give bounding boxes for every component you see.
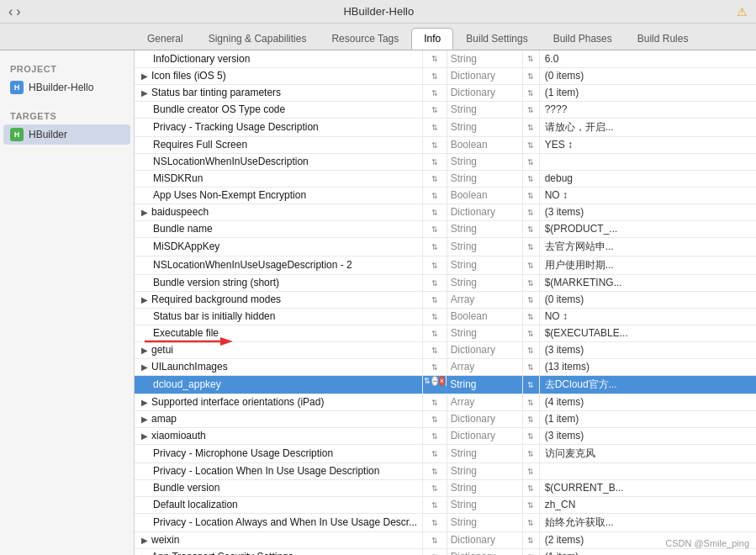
type-arrows[interactable]: ⇅ — [522, 548, 539, 555]
table-row[interactable]: ▶Required background modes⇅Array⇅(0 item… — [135, 291, 756, 308]
table-row[interactable]: ▶baiduspeech⇅Dictionary⇅(3 items) — [135, 204, 756, 220]
tab-resource[interactable]: Resource Tags — [319, 28, 411, 50]
type-arrows[interactable]: ⇅ — [522, 394, 539, 410]
sidebar-item-target[interactable]: H HBuilder — [3, 124, 130, 145]
tab-info[interactable]: Info — [411, 28, 453, 50]
type-arrows[interactable]: ⇅ — [522, 274, 539, 291]
sort-arrows[interactable]: ⇅ — [423, 291, 447, 308]
scroll-wrapper[interactable]: InfoDictionary version⇅String⇅6.0▶Icon f… — [135, 50, 756, 555]
titlebar-nav[interactable]: ‹ › — [8, 4, 21, 19]
table-row[interactable]: Privacy - Location When In Use Usage Des… — [135, 462, 756, 479]
table-row[interactable]: NSLocationWhenInUseUsageDescription - 2⇅… — [135, 256, 756, 274]
tab-general[interactable]: General — [135, 28, 196, 50]
expand-arrow[interactable]: ▶ — [141, 295, 148, 304]
type-arrows[interactable]: ⇅ — [522, 308, 539, 325]
table-row[interactable]: ▶Status bar tinting parameters⇅Dictionar… — [135, 84, 756, 101]
remove-button[interactable]: × — [439, 376, 445, 386]
sort-arrows[interactable]: ⇅ — [423, 50, 447, 67]
type-arrows[interactable]: ⇅ — [522, 375, 539, 394]
type-arrows[interactable]: ⇅ — [522, 101, 539, 118]
expand-arrow[interactable]: ▶ — [141, 71, 148, 81]
sort-arrows[interactable]: ⇅ — [423, 84, 447, 101]
sort-arrows[interactable]: ⇅ — [423, 136, 447, 153]
table-row[interactable]: Bundle name⇅String⇅$(PRODUCT_... — [135, 220, 756, 237]
sort-arrows[interactable]: ⇅ — [423, 153, 447, 170]
sort-arrows[interactable]: ⇅ — [423, 325, 447, 341]
nav-forward-icon[interactable]: › — [16, 4, 20, 19]
table-row[interactable]: Privacy - Location Always and When In Us… — [135, 513, 756, 531]
sort-arrows[interactable]: ⇅ — [423, 462, 447, 479]
sort-arrows[interactable]: ⇅ — [423, 444, 447, 462]
type-arrows[interactable]: ⇅ — [522, 50, 539, 67]
table-row[interactable]: Executable file⇅String⇅$(EXECUTABLE... — [135, 325, 756, 341]
type-arrows[interactable]: ⇅ — [522, 291, 539, 308]
type-arrows[interactable]: ⇅ — [522, 84, 539, 101]
table-row[interactable]: dcloud_appkey⇅ − ×String⇅去DCloud官方... — [135, 375, 756, 394]
expand-arrow[interactable]: ▶ — [141, 398, 148, 407]
table-row[interactable]: Default localization⇅String⇅zh_CN — [135, 496, 756, 513]
sort-arrows[interactable]: ⇅ — [423, 496, 447, 513]
minus-button[interactable]: − — [431, 376, 437, 386]
table-row[interactable]: Requires Full Screen⇅Boolean⇅YES ↕ — [135, 136, 756, 153]
sort-arrows[interactable]: ⇅ — [423, 256, 447, 274]
table-row[interactable]: Privacy - Microphone Usage Description⇅S… — [135, 444, 756, 462]
tab-build-rules[interactable]: Build Rules — [625, 28, 701, 50]
type-arrows[interactable]: ⇅ — [522, 479, 539, 496]
sort-arrows[interactable]: ⇅ — [423, 204, 447, 220]
type-arrows[interactable]: ⇅ — [522, 136, 539, 153]
sort-arrows[interactable]: ⇅ — [423, 341, 447, 358]
expand-arrow[interactable]: ▶ — [141, 88, 148, 98]
type-arrows[interactable]: ⇅ — [522, 67, 539, 84]
expand-arrow[interactable]: ▶ — [141, 536, 148, 545]
sort-arrows[interactable]: ⇅ — [423, 308, 447, 325]
table-row[interactable]: NSLocationWhenInUseDescription⇅String⇅ — [135, 153, 756, 170]
table-row[interactable]: Privacy - Tracking Usage Description⇅Str… — [135, 118, 756, 136]
type-arrows[interactable]: ⇅ — [522, 237, 539, 256]
table-row[interactable]: MiSDKAppKey⇅String⇅去官方网站申... — [135, 237, 756, 256]
type-arrows[interactable]: ⇅ — [522, 341, 539, 358]
table-row[interactable]: Bundle version string (short)⇅String⇅$(M… — [135, 274, 756, 291]
table-row[interactable]: ▶amap⇅Dictionary⇅(1 item) — [135, 410, 756, 427]
table-row[interactable]: ▶getui⇅Dictionary⇅(3 items) — [135, 341, 756, 358]
sort-arrows[interactable]: ⇅ — [423, 237, 447, 256]
table-row[interactable]: ▶Supported interface orientations (iPad)… — [135, 394, 756, 410]
type-arrows[interactable]: ⇅ — [522, 187, 539, 204]
type-arrows[interactable]: ⇅ — [522, 427, 539, 444]
expand-arrow[interactable]: ▶ — [141, 431, 148, 441]
type-arrows[interactable]: ⇅ — [522, 153, 539, 170]
sort-arrows[interactable]: ⇅ — [423, 427, 447, 444]
nav-back-icon[interactable]: ‹ — [8, 4, 13, 19]
sort-arrows[interactable]: ⇅ — [423, 479, 447, 496]
table-row[interactable]: ▶UILaunchImages⇅Array⇅(13 items) — [135, 358, 756, 375]
sort-arrows[interactable]: ⇅ — [423, 118, 447, 136]
type-arrows[interactable]: ⇅ — [522, 513, 539, 531]
type-arrows[interactable]: ⇅ — [522, 444, 539, 462]
type-arrows[interactable]: ⇅ — [522, 256, 539, 274]
type-arrows[interactable]: ⇅ — [522, 220, 539, 237]
table-row[interactable]: Bundle version⇅String⇅$(CURRENT_B... — [135, 479, 756, 496]
table-row[interactable]: ▶xiaomioauth⇅Dictionary⇅(3 items) — [135, 427, 756, 444]
type-arrows[interactable]: ⇅ — [522, 496, 539, 513]
expand-arrow[interactable]: ▶ — [141, 346, 148, 355]
table-row[interactable]: ▶Icon files (iOS 5)⇅Dictionary⇅(0 items) — [135, 67, 756, 84]
sort-arrows[interactable]: ⇅ — [423, 170, 447, 187]
sort-arrows[interactable]: ⇅ — [423, 513, 447, 531]
type-arrows[interactable]: ⇅ — [522, 118, 539, 136]
expand-arrow[interactable]: ▶ — [141, 415, 148, 424]
table-row[interactable]: Bundle creator OS Type code⇅String⇅???? — [135, 101, 756, 118]
type-arrows[interactable]: ⇅ — [522, 462, 539, 479]
table-row[interactable]: ▶weixin⇅Dictionary⇅(2 items) — [135, 531, 756, 548]
type-arrows[interactable]: ⇅ — [522, 204, 539, 220]
sort-arrows[interactable]: ⇅ — [423, 394, 447, 410]
sort-arrows[interactable]: ⇅ — [423, 274, 447, 291]
sort-arrows[interactable]: ⇅ — [423, 531, 447, 548]
type-arrows[interactable]: ⇅ — [522, 410, 539, 427]
expand-arrow[interactable]: ▶ — [141, 362, 148, 372]
type-arrows[interactable]: ⇅ — [522, 170, 539, 187]
tab-build-settings[interactable]: Build Settings — [453, 28, 540, 50]
type-arrows[interactable]: ⇅ — [522, 358, 539, 375]
type-arrows[interactable]: ⇅ — [522, 531, 539, 548]
sort-arrows[interactable]: ⇅ — [423, 101, 447, 118]
tab-signing[interactable]: Signing & Capabilities — [196, 28, 320, 50]
sort-arrows[interactable]: ⇅ — [423, 67, 447, 84]
